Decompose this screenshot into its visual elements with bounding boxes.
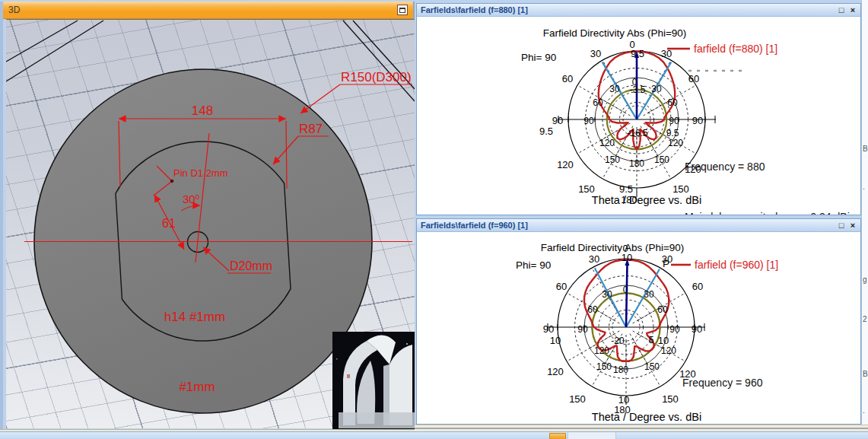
legend-label: farfield (f=960) [1] [695,259,778,271]
radial-max-label: 9.5 [631,48,644,59]
ghost-label: 120 [594,345,609,356]
farfield-880-plot-area[interactable]: Farfield Directivity Abs (Phi=90) Phi= 9… [417,17,860,215]
radial-max-label: 9.5 [539,126,553,137]
leader-r150 [300,84,412,113]
clipped-window-edge: Bi . g 2 Bi . [861,0,868,431]
farfield-960-title: Farfields\farfield (f=960) [1] [421,221,528,230]
taskbar [0,431,868,439]
taskbar-segment [568,432,616,439]
angle-label: 150 [569,393,586,405]
ghost-label: 150 [644,361,660,372]
d20-label: D20mm [230,259,272,272]
angle-label: 180 [621,194,637,205]
ghost-label: 10 [658,335,669,346]
phi-label: Phi= 90 [521,52,556,63]
ghost-label: 0 [623,285,628,295]
ghost-label: 120 [599,138,615,148]
angle-label: 30 [590,48,601,59]
ghost-label: -3.5 [630,84,646,95]
edge-fragment: g [863,275,868,284]
pin-point [170,180,174,183]
h14-label: h14 #1mm [164,310,225,324]
farfield-880-title: Farfields\farfield (f=880) [1] [421,5,528,14]
ghost-label: 120 [668,138,683,148]
radial-min-label: -20 [611,336,625,346]
ghost-label: 90 [583,116,594,126]
angle-label: 30 [589,253,599,265]
angle-label: 150 [578,183,595,195]
farfield-960-plot-area[interactable]: Farfield Directivity Abs (Phi=90) Phi= 9… [417,232,860,424]
thickness-label: #1mm [179,380,215,394]
edge-fragment: Bi [863,145,868,153]
ghost-label: 60 [587,304,598,315]
farfield-960-titlebar[interactable]: Farfields\farfield (f=960) [1] □ × [417,219,860,232]
ghost-label: 5 [649,335,654,345]
ghost-label: 90 [669,116,679,126]
angle-label: 90 [552,115,563,126]
edge-fragment: Bi [863,370,868,378]
ghost-label: 150 [605,154,620,165]
angle-label: 30 [661,48,672,59]
viewport-3d[interactable]: 148 R150(D300) R87 Pin D1.2mm 30o 61 D20… [6,19,415,428]
ghost-label: 9.5 [666,128,679,138]
chart-title: Farfield Directivity Abs (Phi=90) [543,27,687,39]
edge-divider [415,428,868,429]
edge-fragment: . [863,406,868,415]
ghost-label: 150 [596,361,612,372]
stat-main-lobe-magnitude: Main lobe magnitude = 9.34 dBi [685,208,850,215]
ghost-label: 90 [669,324,680,335]
application-workspace: 3D [0,0,868,439]
panel-bottom-edge [415,425,868,431]
chart-title: Farfield Directivity Abs (Phi=90) [541,242,685,253]
window-farfield-960: Farfields\farfield (f=960) [1] □ × Farfi… [416,218,861,425]
r87-label: R87 [299,122,323,136]
angle-label: 60 [556,281,567,292]
farfield-880-titlebar[interactable]: Farfields\farfield (f=880) [1] □ × [417,4,860,17]
taskbar-button[interactable] [549,433,566,439]
restore-icon [399,8,405,13]
ghost-label: 180 [613,364,628,375]
angle-label: 150 [662,393,679,405]
angle-label: 90 [543,323,554,335]
pin-label: Pin D1.2mm [173,167,228,179]
ghost-label: 60 [657,304,668,315]
ghost-label: 120 [661,345,676,356]
stat-frequency: Frequency = 880 [685,158,850,175]
angle-label: 30 [662,253,672,265]
angle-label: 120 [557,159,574,170]
legend-label: farfield (f=880) [1] [694,43,777,55]
main-lobe-line [626,263,628,327]
radial-max-label: 9.5 [619,183,633,195]
stats-block-880: Frequency = 880 Main lobe magnitude = 9.… [685,125,850,215]
phi-label: Phi= 90 [516,259,551,271]
dim-61-label: 61 [162,217,176,230]
edge-fragment: 2 [863,315,868,323]
maximize-icon[interactable]: □ [836,5,847,15]
angle-label: 60 [692,281,703,292]
ghost-label: 30 [609,84,620,94]
close-icon[interactable]: × [847,220,858,231]
window-3d: 3D [0,2,415,429]
radial-max-label: 10 [550,335,561,346]
ghost-label: 30 [651,84,662,94]
radial-max-label: 10 [622,252,632,263]
angular-width-line-right [626,269,660,327]
window-3d-titlebar[interactable]: 3D [3,2,413,19]
window-farfield-880: Farfields\farfield (f=880) [1] □ × Farfi… [416,3,861,215]
model-drawing: 148 R150(D300) R87 Pin D1.2mm 30o 61 D20… [6,20,415,429]
ghost-label: 30 [644,289,654,300]
ghost-label: 60 [593,97,603,108]
stat-frequency: Frequency = 960 [682,374,847,391]
ghost-label: 30 [602,289,612,300]
edge-fragment: . [863,183,868,191]
r150-label: R150(D300) [341,70,412,84]
close-icon[interactable]: × [847,5,858,15]
angle-label: 60 [688,73,699,84]
maximize-icon[interactable]: □ [836,220,847,231]
stats-block-960: Frequency = 960 Main lobe magnitude = 9.… [682,341,847,424]
restore-button[interactable] [397,5,408,15]
ghost-label: 180 [629,158,644,169]
angle-label: 120 [547,366,564,377]
radial-min-label: -16.5 [627,128,648,138]
angle-label: 60 [562,73,573,84]
